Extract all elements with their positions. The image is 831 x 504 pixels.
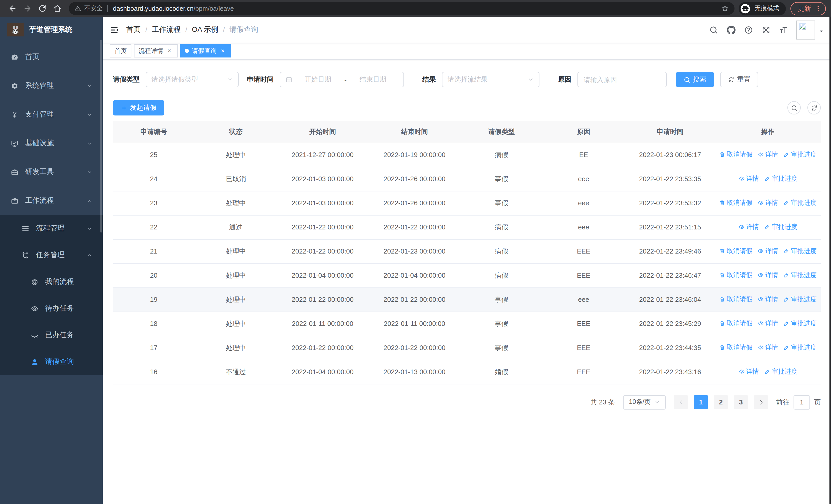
browser-menu-icon[interactable] — [814, 5, 822, 12]
action-progress-link[interactable]: 审批进度 — [783, 247, 816, 256]
action-progress-link[interactable]: 审批进度 — [764, 223, 797, 232]
table-row: 22通过2022-01-22 00:00:002022-01-22 00:00:… — [113, 215, 821, 239]
sidebar-item[interactable]: 首页 — [0, 42, 103, 71]
end-date-placeholder[interactable]: 结束日期 — [347, 75, 398, 84]
action-cancel-link[interactable]: 取消请假 — [719, 199, 752, 207]
sidebar-item-label: 基础设施 — [25, 139, 54, 148]
breadcrumb-item[interactable]: 首页 — [126, 25, 141, 34]
action-label: 审批进度 — [772, 175, 797, 183]
action-progress-link[interactable]: 审批进度 — [764, 175, 797, 183]
font-size-icon[interactable] — [779, 25, 788, 34]
breadcrumb-item[interactable]: 工作流程 — [152, 25, 181, 34]
action-detail-link[interactable]: 详情 — [738, 367, 759, 376]
browser-update-button[interactable]: 更新 — [791, 2, 826, 15]
browser-back-icon[interactable] — [8, 4, 17, 13]
action-progress-link[interactable]: 审批进度 — [783, 295, 816, 304]
result-label: 结果 — [423, 75, 436, 84]
sidebar-item[interactable]: 任务管理 — [0, 242, 103, 268]
sidebar-item[interactable]: 流程管理 — [0, 215, 103, 242]
tab[interactable]: 流程详情× — [134, 44, 178, 58]
jump-page-input[interactable] — [794, 395, 810, 409]
next-page-button[interactable] — [754, 395, 768, 409]
security-label[interactable]: 不安全 — [84, 4, 103, 13]
fold-sidebar-icon[interactable] — [110, 25, 119, 34]
cell-type: 婚假 — [461, 360, 542, 384]
create-leave-button[interactable]: 发起请假 — [113, 100, 164, 116]
action-progress-link[interactable]: 审批进度 — [783, 150, 816, 159]
window-scrollbar[interactable] — [829, 17, 831, 504]
browser-home-icon[interactable] — [53, 4, 62, 13]
action-cancel-link[interactable]: 取消请假 — [719, 271, 752, 280]
sidebar-item[interactable]: 我的流程 — [0, 268, 103, 295]
sidebar-item[interactable]: 已办任务 — [0, 322, 103, 349]
leave-type-select[interactable]: 请选择请假类型 — [146, 72, 239, 87]
github-icon[interactable] — [727, 25, 736, 34]
sidebar-item[interactable]: 工作流程 — [0, 186, 103, 215]
sidebar-scrollbar-thumb[interactable] — [100, 40, 102, 233]
action-cancel-link[interactable]: 取消请假 — [719, 343, 752, 352]
avatar-caret-icon[interactable] — [819, 29, 824, 34]
fullscreen-icon[interactable] — [762, 25, 770, 34]
action-detail-link[interactable]: 详情 — [757, 150, 778, 159]
sidebar-item[interactable]: 研发工具 — [0, 157, 103, 186]
toggle-search-button[interactable] — [787, 101, 801, 114]
sidebar-item[interactable]: 系统管理 — [0, 71, 103, 100]
action-detail-link[interactable]: 详情 — [757, 247, 778, 256]
start-date-placeholder[interactable]: 开始日期 — [292, 75, 343, 84]
not-secure-icon[interactable] — [75, 5, 81, 12]
prev-page-button[interactable] — [674, 395, 688, 409]
column-header: 原因 — [542, 121, 625, 143]
action-progress-link[interactable]: 审批进度 — [783, 199, 816, 207]
tab[interactable]: 请假查询× — [180, 44, 231, 58]
sidebar-item[interactable]: 基础设施 — [0, 129, 103, 157]
sidebar-item[interactable]: 请假查询 — [0, 349, 103, 375]
action-label: 审批进度 — [791, 343, 816, 352]
action-detail-link[interactable]: 详情 — [757, 271, 778, 280]
result-select[interactable]: 请选择流结果 — [442, 72, 540, 87]
action-cancel-link[interactable]: 取消请假 — [719, 247, 752, 256]
address-bar[interactable]: 不安全 dashboard.yudao.iocoder.cn /bpm/oa/l… — [69, 2, 735, 15]
app-logo[interactable]: 🐰 芋道管理系统 — [0, 17, 103, 42]
page-number-button[interactable]: 3 — [734, 395, 748, 409]
sidebar-item[interactable]: 待办任务 — [0, 295, 103, 322]
tab[interactable]: 首页 — [110, 44, 132, 58]
browser-forward-icon[interactable] — [23, 4, 32, 13]
action-detail-link[interactable]: 详情 — [757, 319, 778, 328]
user-avatar[interactable] — [796, 20, 815, 39]
action-progress-link[interactable]: 审批进度 — [783, 319, 816, 328]
sidebar-item[interactable]: 支付管理 — [0, 100, 103, 129]
help-icon[interactable] — [744, 25, 753, 34]
search-button[interactable]: 搜索 — [676, 72, 714, 87]
url-path[interactable]: /bpm/oa/leave — [194, 5, 234, 12]
page-size-select[interactable]: 10条/页 — [623, 395, 666, 409]
breadcrumb-item[interactable]: OA 示例 — [192, 25, 219, 34]
url-host[interactable]: dashboard.yudao.iocoder.cn — [113, 5, 194, 12]
action-progress-link[interactable]: 审批进度 — [764, 367, 797, 376]
action-detail-link[interactable]: 详情 — [738, 175, 759, 183]
page-number-button[interactable]: 2 — [714, 395, 728, 409]
update-label[interactable]: 更新 — [798, 4, 811, 13]
close-icon[interactable]: × — [166, 47, 173, 54]
reason-input[interactable] — [578, 72, 666, 87]
action-progress-link[interactable]: 审批进度 — [783, 271, 816, 280]
action-cancel-link[interactable]: 取消请假 — [719, 319, 752, 328]
reset-button[interactable]: 重置 — [720, 72, 758, 87]
browser-reload-icon[interactable] — [38, 4, 47, 13]
action-detail-link[interactable]: 详情 — [757, 343, 778, 352]
action-label: 取消请假 — [727, 150, 752, 159]
apply-time-range-picker[interactable]: 开始日期 - 结束日期 — [280, 72, 404, 87]
action-detail-link[interactable]: 详情 — [757, 199, 778, 207]
action-detail-link[interactable]: 详情 — [738, 223, 759, 232]
header-search-icon[interactable] — [709, 25, 718, 34]
action-progress-link[interactable]: 审批进度 — [783, 343, 816, 352]
chevron-left-icon — [678, 399, 684, 405]
cell-reason: EEE — [542, 263, 625, 288]
action-detail-link[interactable]: 详情 — [757, 295, 778, 304]
sidebar-menu: 首页系统管理支付管理基础设施研发工具工作流程流程管理任务管理我的流程待办任务已办… — [0, 42, 103, 375]
close-icon[interactable]: × — [219, 47, 226, 54]
action-cancel-link[interactable]: 取消请假 — [719, 150, 752, 159]
refresh-table-button[interactable] — [807, 101, 821, 114]
page-number-button[interactable]: 1 — [694, 395, 708, 409]
bookmark-star-icon[interactable] — [721, 5, 729, 12]
action-cancel-link[interactable]: 取消请假 — [719, 295, 752, 304]
